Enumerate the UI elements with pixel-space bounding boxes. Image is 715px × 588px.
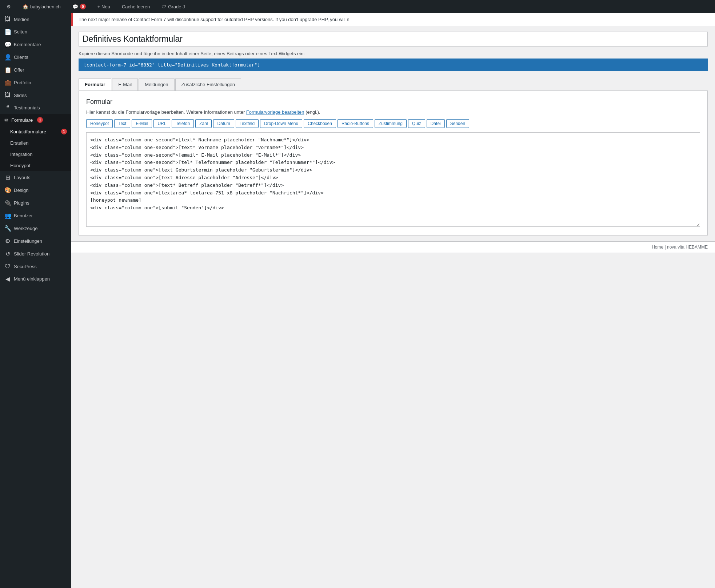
clients-icon: 👤 [4,54,11,61]
sidebar-item-einstellungen[interactable]: ⚙ Einstellungen [0,235,71,247]
werkzeuge-icon: 🔧 [4,225,11,232]
sidebar-item-formulare[interactable]: ✉ Formulare 1 [0,114,71,126]
sidebar-item-erstellen[interactable]: Erstellen [0,137,71,149]
sidebar-label-benutzer: Benutzer [14,213,33,218]
sidebar-item-design[interactable]: 🎨 Design [0,184,71,197]
content-area: Kopiere diesen Shortcode und füge ihn in… [71,26,715,241]
sidebar-item-plugins[interactable]: 🔌 Plugins [0,197,71,209]
site-icon: 🏠 [23,4,28,9]
admin-bar-site[interactable]: 🏠 babylachen.ch [20,0,64,13]
menue-einklappen-icon: ◀ [4,275,11,282]
tag-btn-zahl[interactable]: Zahl [195,119,212,128]
sidebar: 🖼 Medien 📄 Seiten 💬 Kommentare 👤 Clients… [0,13,71,588]
tab-content-formular: Formular Hier kannst du die Formularvorl… [79,90,708,235]
tab-description-text: Hier kannst du die Formularvorlage bearb… [86,109,245,115]
sidebar-submenu-formulare: Kontaktformulare 1 Erstellen Integration… [0,126,71,171]
sidebar-item-honeypot[interactable]: Honeypot [0,160,71,171]
admin-bar-cache[interactable]: Cache leeren [119,0,153,13]
main-content: The next major release of Contact Form 7… [71,13,715,588]
tab-zusaetzliche-label: Zusätzliche Einstellungen [181,82,235,87]
shortcode-label: Kopiere diesen Shortcode und füge ihn in… [79,51,708,56]
sidebar-item-testimonials[interactable]: ❝ Testimonials [0,101,71,114]
tag-btn-email[interactable]: E-Mail [132,119,152,128]
tag-btn-senden[interactable]: Senden [446,119,469,128]
sidebar-label-einstellungen: Einstellungen [14,238,42,244]
tag-btn-datei[interactable]: Datei [427,119,445,128]
tab-email[interactable]: E-Mail [112,78,138,90]
tab-formular[interactable]: Formular [79,78,111,90]
sidebar-item-clients[interactable]: 👤 Clients [0,51,71,64]
formulare-badge: 1 [37,117,43,123]
tab-meldungen[interactable]: Meldungen [139,78,174,90]
sidebar-item-offer[interactable]: 📋 Offer [0,64,71,76]
tab-meldungen-label: Meldungen [145,82,168,87]
sidebar-label-menue-einklappen: Menü einklappen [14,276,50,282]
kontaktformulare-badge: 1 [61,129,67,134]
admin-bar: ⚙ 🏠 babylachen.ch 💬 0 + Neu Cache leeren… [0,0,715,13]
admin-bar-grade[interactable]: 🛡 Grade J [159,0,188,13]
formulare-icon: ✉ [4,117,8,123]
tag-btn-checkboxen[interactable]: Checkboxen [304,119,336,128]
site-name: babylachen.ch [30,4,61,9]
sidebar-item-layouts[interactable]: ⊞ Layouts [0,171,71,184]
tag-btn-telefon[interactable]: Telefon [172,119,194,128]
sidebar-item-secupress[interactable]: 🛡 SecuPress [0,260,71,273]
tag-btn-zustimmung[interactable]: Zustimmung [375,119,407,128]
layouts-icon: ⊞ [4,174,11,181]
tabs: Formular E-Mail Meldungen Zusätzliche Ei… [79,78,708,90]
sidebar-item-slider-revolution[interactable]: ↺ Slider Revolution [0,247,71,260]
sidebar-item-seiten[interactable]: 📄 Seiten [0,25,71,38]
sidebar-item-werkzeuge[interactable]: 🔧 Werkzeuge [0,222,71,235]
admin-bar-wp-logo[interactable]: ⚙ [4,0,14,13]
tab-description-suffix: (engl.). [305,109,320,115]
grade-label: Grade J [168,4,185,9]
tag-buttons: Honeypot Text E-Mail URL Telefon Zahl Da… [86,119,700,128]
tag-btn-honeypot[interactable]: Honeypot [86,119,113,128]
tag-btn-quiz[interactable]: Quiz [408,119,425,128]
sidebar-label-kommentare: Kommentare [14,42,41,47]
tag-btn-radio[interactable]: Radio-Buttons [337,119,373,128]
sidebar-label-design: Design [14,188,28,193]
tag-btn-text[interactable]: Text [114,119,130,128]
sidebar-item-menue-einklappen[interactable]: ◀ Menü einklappen [0,273,71,285]
sidebar-label-seiten: Seiten [14,29,27,35]
design-icon: 🎨 [4,187,11,194]
sidebar-item-benutzer[interactable]: 👥 Benutzer [0,209,71,222]
tab-zusaetzliche[interactable]: Zusätzliche Einstellungen [175,78,241,90]
tab-description: Hier kannst du die Formularvorlage bearb… [86,109,700,115]
sidebar-item-kommentare[interactable]: 💬 Kommentare [0,38,71,51]
footer-text: Home | nova vita HEBAMME [652,245,708,250]
sidebar-label-plugins: Plugins [14,200,29,206]
tag-btn-textfeld[interactable]: Textfeld [236,119,259,128]
shortcode-box[interactable]: [contact-form-7 id="6832" title="Definit… [79,59,708,71]
sidebar-label-secupress: SecuPress [14,264,37,269]
sidebar-label-slider-revolution: Slider Revolution [14,251,49,257]
kommentare-icon: 💬 [4,41,11,48]
tab-section-title: Formular [86,98,700,106]
form-code-textarea[interactable] [86,132,700,227]
form-title-input[interactable] [79,32,708,47]
tag-btn-url[interactable]: URL [153,119,170,128]
sidebar-label-erstellen: Erstellen [10,140,29,146]
tag-btn-dropdown[interactable]: Drop-Down Menü [260,119,302,128]
admin-bar-comments[interactable]: 💬 0 [69,0,89,13]
sidebar-label-integration: Integration [10,152,32,157]
sidebar-label-portfolio: Portfolio [14,80,31,85]
sidebar-item-slides[interactable]: 🖼 Slides [0,89,71,101]
sidebar-label-slides: Slides [14,93,27,98]
tab-email-label: E-Mail [118,82,132,87]
comments-icon: 💬 [72,4,78,9]
sidebar-item-portfolio[interactable]: 💼 Portfolio [0,76,71,89]
sidebar-label-offer: Offer [14,67,24,73]
tag-btn-datum[interactable]: Datum [213,119,234,128]
sidebar-item-integration[interactable]: Integration [0,149,71,160]
slides-icon: 🖼 [4,92,11,98]
sidebar-item-medien[interactable]: 🖼 Medien [0,13,71,25]
sidebar-label-honeypot: Honeypot [10,163,31,168]
footer-bar: Home | nova vita HEBAMME [71,241,715,253]
formularvorlage-link[interactable]: Formularvorlage bearbeiten [246,109,304,115]
tab-formular-label: Formular [85,82,105,87]
admin-bar-new[interactable]: + Neu [95,0,113,13]
slider-icon: ↺ [4,250,11,257]
sidebar-item-kontaktformulare[interactable]: Kontaktformulare 1 [0,126,71,137]
